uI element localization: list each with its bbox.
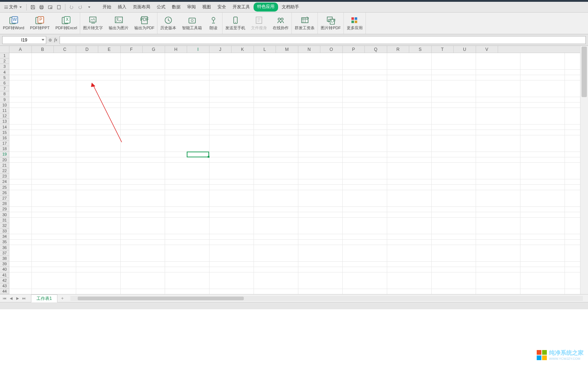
- export-pdf-button[interactable]: PDF输出为PDF: [131, 13, 157, 34]
- ribbon-tab-9[interactable]: 特色应用: [254, 3, 278, 12]
- ribbon-tab-6[interactable]: 视图: [199, 3, 214, 12]
- formula-input[interactable]: [60, 36, 586, 44]
- scrollbar-thumb[interactable]: [581, 47, 587, 97]
- redo-button[interactable]: [77, 4, 84, 11]
- row-header[interactable]: 11: [0, 108, 9, 113]
- collab-button[interactable]: 在线协作: [270, 13, 291, 34]
- row-header[interactable]: 42: [0, 278, 9, 283]
- column-header[interactable]: R: [387, 46, 410, 53]
- row-header[interactable]: 14: [0, 124, 9, 130]
- selected-cell[interactable]: [187, 152, 209, 157]
- row-header[interactable]: 44: [0, 289, 9, 294]
- row-header[interactable]: 3: [0, 64, 9, 69]
- row-header[interactable]: 16: [0, 135, 9, 141]
- prev-sheet-button[interactable]: ◀: [9, 296, 14, 301]
- row-header[interactable]: 30: [0, 212, 9, 217]
- column-header[interactable]: C: [54, 46, 76, 53]
- column-header[interactable]: K: [232, 46, 254, 53]
- column-header[interactable]: I: [187, 46, 209, 53]
- column-header[interactable]: E: [98, 46, 121, 53]
- smart-tools-button[interactable]: 智能工具箱: [179, 13, 205, 34]
- scrollbar-thumb[interactable]: [78, 297, 244, 300]
- row-header[interactable]: 39: [0, 261, 9, 267]
- row-header[interactable]: 17: [0, 141, 9, 146]
- row-header[interactable]: 36: [0, 245, 9, 250]
- row-header[interactable]: 4: [0, 70, 9, 75]
- row-header[interactable]: 23: [0, 174, 9, 179]
- row-header[interactable]: 27: [0, 196, 9, 201]
- row-header[interactable]: 21: [0, 163, 9, 168]
- column-header[interactable]: D: [76, 46, 99, 53]
- undo-button[interactable]: [68, 4, 75, 11]
- ribbon-tab-0[interactable]: 开始: [100, 3, 114, 12]
- column-header[interactable]: V: [476, 46, 498, 53]
- row-header[interactable]: 12: [0, 113, 9, 119]
- row-header[interactable]: 32: [0, 223, 9, 228]
- page-setup-button[interactable]: [55, 4, 62, 11]
- row-header[interactable]: 37: [0, 250, 9, 256]
- image-to-text-button[interactable]: 图片转文字: [80, 13, 106, 34]
- next-sheet-button[interactable]: ▶: [15, 296, 20, 301]
- row-header[interactable]: 19: [0, 152, 9, 157]
- ribbon-tab-8[interactable]: 开发工具: [230, 3, 253, 12]
- add-sheet-button[interactable]: +: [60, 296, 65, 301]
- print-button[interactable]: [38, 4, 45, 11]
- select-all-corner[interactable]: [0, 46, 9, 53]
- row-header[interactable]: 43: [0, 283, 9, 289]
- pdf-to-ppt-button[interactable]: PPDF转PPT: [27, 13, 52, 34]
- more-apps-button[interactable]: 更多应用: [344, 13, 366, 34]
- row-header[interactable]: 31: [0, 218, 9, 223]
- ribbon-tab-3[interactable]: 公式: [154, 3, 168, 12]
- save-button[interactable]: [29, 4, 36, 11]
- row-header[interactable]: 18: [0, 146, 9, 152]
- row-header[interactable]: 2: [0, 58, 9, 64]
- read-aloud-button[interactable]: 朗读: [205, 13, 222, 34]
- quick-access-dropdown[interactable]: [85, 4, 92, 11]
- print-preview-button[interactable]: [47, 4, 54, 11]
- ribbon-tab-1[interactable]: 插入: [115, 3, 129, 12]
- column-header[interactable]: A: [9, 46, 32, 53]
- last-sheet-button[interactable]: ⏭: [22, 296, 27, 301]
- row-header[interactable]: 9: [0, 97, 9, 102]
- column-header[interactable]: T: [432, 46, 454, 53]
- history-button[interactable]: 历史版本: [157, 13, 179, 34]
- column-header[interactable]: L: [254, 46, 276, 53]
- row-header[interactable]: 5: [0, 75, 9, 80]
- row-header[interactable]: 41: [0, 272, 9, 278]
- first-sheet-button[interactable]: ⏮: [2, 296, 7, 301]
- file-menu[interactable]: 文件: [2, 3, 24, 11]
- row-header[interactable]: 13: [0, 119, 9, 124]
- row-header[interactable]: 34: [0, 234, 9, 239]
- row-header[interactable]: 20: [0, 157, 9, 163]
- row-header[interactable]: 40: [0, 267, 9, 272]
- ribbon-tab-4[interactable]: 数据: [169, 3, 183, 12]
- row-header[interactable]: 6: [0, 80, 9, 86]
- row-header[interactable]: 7: [0, 86, 9, 91]
- row-header[interactable]: 15: [0, 130, 9, 135]
- payslip-button[interactable]: 群发工资条: [292, 13, 317, 34]
- pdf-to-excel-button[interactable]: XPDF转Excel: [53, 13, 80, 34]
- row-header[interactable]: 10: [0, 102, 9, 108]
- ribbon-tab-5[interactable]: 审阅: [184, 3, 199, 12]
- ribbon-tab-7[interactable]: 安全: [215, 3, 229, 12]
- row-header[interactable]: 22: [0, 168, 9, 174]
- column-header[interactable]: P: [343, 46, 365, 53]
- column-header[interactable]: H: [165, 46, 187, 53]
- column-header[interactable]: M: [276, 46, 298, 53]
- fx-icon[interactable]: fx: [54, 37, 57, 43]
- row-header[interactable]: 8: [0, 91, 9, 97]
- zoom-icon[interactable]: ⊕: [48, 38, 52, 43]
- column-header[interactable]: U: [454, 46, 476, 53]
- name-box[interactable]: I19: [2, 36, 46, 44]
- row-header[interactable]: 38: [0, 256, 9, 261]
- image-to-pdf-button[interactable]: PDF图片转PDF: [318, 13, 343, 34]
- column-header[interactable]: N: [298, 46, 321, 53]
- send-phone-button[interactable]: 发送至手机: [222, 13, 248, 34]
- cell-grid[interactable]: [9, 53, 580, 294]
- sheet-tab-1[interactable]: 工作表1: [31, 294, 57, 302]
- row-header[interactable]: 1: [0, 53, 9, 58]
- fill-handle[interactable]: [208, 156, 209, 158]
- export-image-button[interactable]: 输出为图片: [106, 13, 131, 34]
- column-header[interactable]: F: [121, 46, 143, 53]
- row-header[interactable]: 33: [0, 228, 9, 234]
